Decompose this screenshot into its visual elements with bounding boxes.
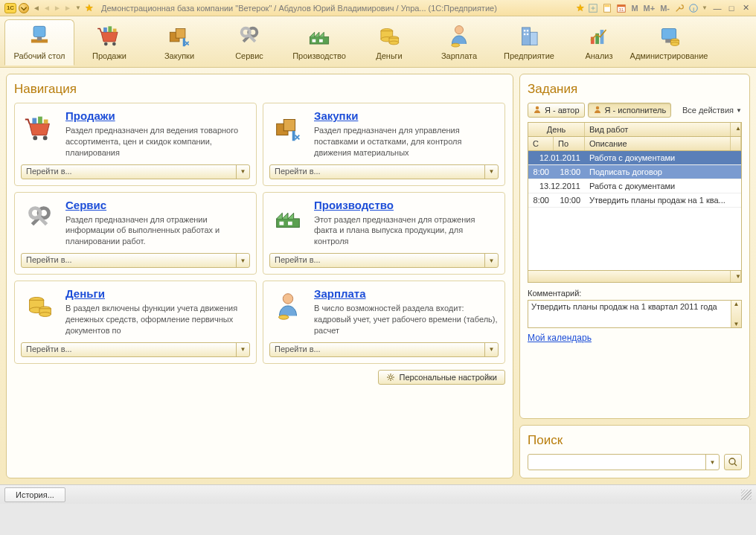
goto-dropdown[interactable]: Перейти в... ▼ <box>21 342 250 357</box>
executor-filter-button[interactable]: Я - исполнитель <box>588 103 672 118</box>
personal-settings-label: Персональные настройки <box>400 373 497 382</box>
chevron-down-icon[interactable]: ▼ <box>236 343 249 356</box>
close-button[interactable]: ✕ <box>740 3 752 13</box>
ribbon-payroll[interactable]: Зарплата <box>424 19 494 65</box>
svg-rect-15 <box>113 29 117 33</box>
calendar-icon[interactable]: 31 <box>615 2 627 14</box>
all-actions-button[interactable]: Все действия ▼ <box>682 106 742 115</box>
search-input[interactable] <box>528 455 705 470</box>
goto-dropdown[interactable]: Перейти в... ▼ <box>269 342 499 357</box>
nav-link-production[interactable]: Производство <box>314 199 499 211</box>
tasks-panel: Задания Я - автор Я - исполнитель Все де… <box>519 74 750 419</box>
production-icon <box>304 23 334 48</box>
fav-add-icon[interactable]: ★ <box>576 2 585 13</box>
task-row[interactable]: 12.01.2011Работа с документами <box>528 151 741 165</box>
ribbon-service[interactable]: Сервис <box>214 19 284 65</box>
nav-link-service[interactable]: Сервис <box>65 199 250 211</box>
svg-rect-23 <box>319 39 323 42</box>
search-button[interactable] <box>724 454 742 470</box>
svg-rect-36 <box>524 33 525 35</box>
comment-box[interactable]: Утвердить планы продаж на 1 квартал 2011… <box>528 300 742 328</box>
scroll-up-icon[interactable]: ▲ <box>731 123 741 136</box>
svg-point-64 <box>39 313 51 317</box>
purchase-icon <box>269 109 307 147</box>
minimize-button[interactable]: — <box>711 3 723 13</box>
mem-mminus-button[interactable]: M- <box>659 4 671 13</box>
comment-scrollbar[interactable]: ▲▼ <box>731 301 741 327</box>
scroll-down-icon[interactable]: ▼ <box>731 271 741 282</box>
nav-back2-icon[interactable]: ◄ <box>42 3 52 13</box>
favorite-star-icon[interactable]: ★ <box>85 2 94 13</box>
link-icon[interactable] <box>587 2 599 14</box>
nav-desc: Раздел предназначен для ведения товарног… <box>65 125 250 158</box>
author-filter-button[interactable]: Я - автор <box>528 103 585 118</box>
resize-grip-icon[interactable] <box>741 490 752 500</box>
money-icon <box>374 23 404 48</box>
goto-dropdown[interactable]: Перейти в... ▼ <box>269 164 499 179</box>
col-to[interactable]: По <box>554 137 585 150</box>
svg-text:31: 31 <box>619 7 624 12</box>
service-icon <box>21 199 58 236</box>
goto-dropdown[interactable]: Перейти в... ▼ <box>21 253 250 268</box>
nav-card-production: Производство Этот раздел предназначен дл… <box>263 192 505 275</box>
ribbon-money[interactable]: Деньги <box>354 19 424 65</box>
info-icon[interactable]: i <box>688 2 699 14</box>
col-type[interactable]: Вид работ <box>585 123 731 136</box>
svg-point-47 <box>43 136 48 141</box>
task-row[interactable]: 8:0010:00Утвердить планы продаж на 1 ква… <box>528 193 741 208</box>
nav-link-payroll[interactable]: Зарплата <box>314 287 499 300</box>
tasks-title: Задания <box>528 82 742 97</box>
ribbon-desktop[interactable]: Рабочий стол <box>4 19 74 65</box>
ribbon-analysis[interactable]: Анализ <box>564 19 634 65</box>
chevron-down-icon[interactable]: ▼ <box>236 254 249 267</box>
svg-rect-37 <box>527 33 528 35</box>
chevron-down-icon[interactable]: ▼ <box>484 254 498 267</box>
tools-icon[interactable] <box>673 2 685 14</box>
nav-history-drop-icon[interactable]: ▼ <box>75 4 83 11</box>
search-input-wrap: ▼ <box>528 454 720 470</box>
task-row[interactable]: 8:0018:00Подписать договор <box>528 165 741 179</box>
mem-m-button[interactable]: M <box>630 4 639 13</box>
svg-rect-22 <box>313 39 316 42</box>
chevron-down-icon[interactable]: ▼ <box>484 165 498 179</box>
nav-fwd-icon[interactable]: ► <box>52 3 63 13</box>
ribbon-production[interactable]: Производство <box>284 19 354 65</box>
info-drop-icon[interactable]: ▼ <box>702 4 709 11</box>
task-row[interactable]: 13.12.2011Работа с документами <box>528 179 741 193</box>
ribbon-sales[interactable]: Продажи <box>74 19 144 65</box>
calc-icon[interactable] <box>601 2 613 14</box>
nav-desc: Этот раздел предназначен для отражения ф… <box>314 214 499 248</box>
production-icon <box>269 199 307 236</box>
svg-point-68 <box>536 106 539 109</box>
maximize-button[interactable]: □ <box>725 3 737 13</box>
titlebar: 1C ◄ ◄ ► ► ▼ ★ Демонстрационная база ком… <box>0 0 756 16</box>
user-icon <box>533 105 542 115</box>
nav-fwd2-icon[interactable]: ► <box>63 3 73 13</box>
ribbon-enterprise[interactable]: Предприятие <box>494 19 564 65</box>
chevron-down-icon[interactable]: ▼ <box>236 165 249 179</box>
ribbon-admin[interactable]: Администрирование <box>634 19 704 65</box>
nav-link-sales[interactable]: Продажи <box>65 109 250 122</box>
ribbon-purchase[interactable]: Закупки <box>144 19 214 65</box>
chevron-down-icon[interactable]: ▼ <box>484 343 498 356</box>
svg-point-55 <box>31 208 40 217</box>
goto-dropdown[interactable]: Перейти в... ▼ <box>21 164 250 179</box>
svg-rect-18 <box>183 38 185 46</box>
goto-dropdown[interactable]: Перейти в... ▼ <box>269 253 499 268</box>
nav-link-purchase[interactable]: Закупки <box>314 109 499 122</box>
mem-mplus-button[interactable]: M+ <box>642 4 657 13</box>
nav-link-money[interactable]: Деньги <box>65 287 250 300</box>
col-from[interactable]: С <box>528 137 554 150</box>
my-calendar-link[interactable]: Мой календарь <box>528 333 742 343</box>
svg-rect-58 <box>288 221 292 225</box>
tasks-body[interactable]: 12.01.2011Работа с документами8:0018:00П… <box>528 151 741 270</box>
window-title: Демонстрационная база компании "Ветерок"… <box>97 4 573 13</box>
col-day[interactable]: День <box>528 123 585 136</box>
personal-settings-button[interactable]: Персональные настройки <box>378 370 505 385</box>
menu-circle-icon[interactable] <box>19 3 29 13</box>
nav-back-icon[interactable]: ◄ <box>31 3 42 13</box>
svg-rect-35 <box>527 30 528 31</box>
history-button[interactable]: История... <box>4 487 65 502</box>
col-desc[interactable]: Описание <box>585 137 731 150</box>
search-dropdown-icon[interactable]: ▼ <box>705 455 719 470</box>
